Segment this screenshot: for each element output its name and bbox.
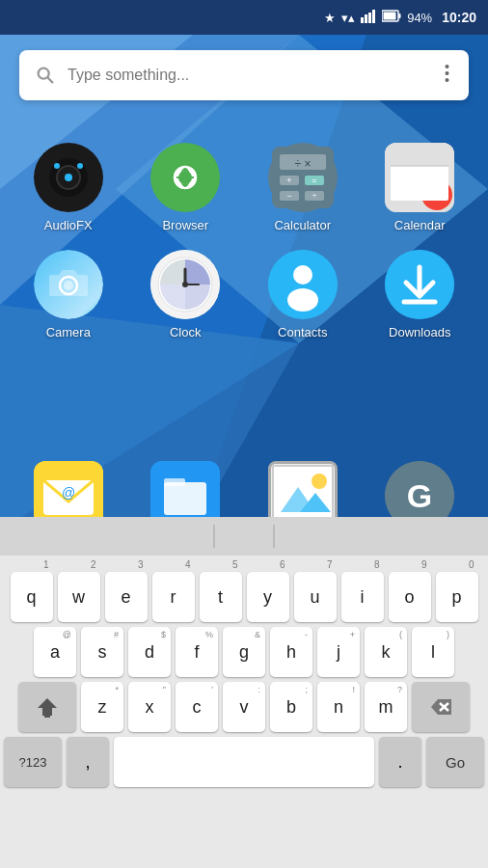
key-t[interactable]: t (200, 572, 242, 622)
svg-rect-5 (399, 14, 401, 18)
key-g[interactable]: &g (223, 627, 265, 677)
key-f[interactable]: %f (176, 627, 218, 677)
svg-point-24 (77, 163, 83, 169)
calculator-icon: ÷ × + = − ÷ (268, 143, 338, 212)
num-2: 2 (58, 559, 100, 570)
svg-rect-6 (384, 13, 396, 20)
clock-label: Clock (170, 325, 202, 339)
svg-rect-0 (361, 17, 364, 23)
star-icon: ★ (324, 11, 336, 25)
svg-rect-1 (365, 14, 367, 23)
key-s[interactable]: #s (81, 627, 123, 677)
key-h[interactable]: -h (270, 627, 312, 677)
contacts-icon (268, 250, 338, 319)
key-m[interactable]: ?m (365, 682, 407, 732)
key-x[interactable]: "x (128, 682, 171, 732)
calendar-icon: + (385, 143, 454, 212)
hint-divider-left (213, 525, 215, 548)
key-k[interactable]: (k (365, 627, 407, 677)
num-3: 3 (105, 559, 148, 570)
svg-point-51 (64, 281, 73, 290)
svg-marker-76 (38, 698, 57, 716)
key-p[interactable]: p (436, 572, 478, 622)
svg-rect-46 (391, 166, 448, 201)
key-i[interactable]: i (341, 572, 384, 622)
num-0: 0 (436, 559, 478, 570)
num-4: 4 (152, 559, 195, 570)
key-o[interactable]: o (389, 572, 431, 622)
number-hint-row: 1 2 3 4 5 6 7 8 9 0 (4, 559, 484, 570)
svg-text:G: G (407, 477, 432, 514)
app-grid: AudioFX Browser ÷ × (0, 123, 488, 359)
comma-key[interactable]: , (67, 737, 109, 787)
keyboard-row-2: @a #s $d %f &g -h +j (k (4, 627, 484, 677)
shift-key[interactable] (18, 682, 76, 732)
key-e[interactable]: e (105, 572, 148, 622)
keyboard: 1 2 3 4 5 6 7 8 9 0 q w e r t y u i o p (0, 517, 488, 868)
search-input[interactable] (68, 67, 441, 84)
space-key[interactable] (114, 737, 374, 787)
svg-text:@: @ (62, 485, 75, 501)
keyboard-row-3: *z "x 'c :v ;b !n ?m (4, 682, 484, 732)
downloads-icon (385, 250, 454, 319)
key-c[interactable]: 'c (176, 682, 218, 732)
more-options-button[interactable] (441, 60, 453, 92)
app-calendar[interactable]: + Calendar (362, 143, 479, 232)
key-w[interactable]: w (58, 572, 100, 622)
key-j[interactable]: +j (317, 627, 360, 677)
calendar-label: Calendar (394, 218, 446, 232)
app-browser[interactable]: Browser (127, 143, 245, 232)
svg-rect-68 (164, 478, 185, 486)
app-contacts[interactable]: Contacts (244, 250, 362, 339)
svg-point-23 (54, 163, 60, 169)
key-z[interactable]: *z (81, 682, 123, 732)
key-r[interactable]: r (152, 572, 195, 622)
hint-divider-right (273, 525, 275, 548)
app-audiofx[interactable]: AudioFX (10, 143, 127, 232)
num-7: 7 (294, 559, 337, 570)
key-b[interactable]: ;b (270, 682, 312, 732)
key-q[interactable]: q (11, 572, 53, 622)
svg-point-59 (287, 288, 318, 312)
downloads-label: Downloads (389, 325, 450, 339)
svg-text:+: + (286, 176, 291, 185)
battery-percent: 94% (407, 11, 432, 25)
app-camera[interactable]: Camera (10, 250, 127, 339)
wifi-icon: ▾▴ (341, 11, 355, 25)
svg-point-19 (446, 78, 449, 82)
calculator-label: Calculator (274, 218, 331, 232)
svg-text:÷ ×: ÷ × (294, 157, 311, 171)
key-d[interactable]: $d (128, 627, 171, 677)
key-y[interactable]: y (247, 572, 289, 622)
battery-icon (382, 10, 401, 25)
clock-icon (150, 250, 220, 319)
num-8: 8 (341, 559, 384, 570)
go-key[interactable]: Go (426, 737, 484, 787)
svg-point-22 (65, 174, 72, 181)
app-clock[interactable]: Clock (127, 250, 245, 339)
svg-rect-77 (44, 716, 50, 718)
keyboard-bottom-row: ?123 , . Go (4, 737, 484, 793)
browser-icon (150, 143, 220, 212)
period-key[interactable]: . (379, 737, 421, 787)
svg-point-18 (446, 71, 449, 75)
keyboard-rows: 1 2 3 4 5 6 7 8 9 0 q w e r t y u i o p (0, 556, 488, 793)
key-v[interactable]: :v (223, 682, 265, 732)
key-n[interactable]: !n (317, 682, 360, 732)
num-5: 5 (200, 559, 242, 570)
key-a[interactable]: @a (34, 627, 76, 677)
key-u[interactable]: u (294, 572, 337, 622)
browser-label: Browser (162, 218, 208, 232)
app-calculator[interactable]: ÷ × + = − ÷ Calculator (244, 143, 362, 232)
svg-text:=: = (312, 176, 316, 185)
num-9: 9 (389, 559, 431, 570)
signal-icon (361, 10, 376, 26)
svg-rect-67 (164, 482, 206, 515)
svg-text:−: − (286, 191, 291, 201)
search-bar[interactable] (19, 50, 469, 100)
symbols-key[interactable]: ?123 (4, 737, 62, 787)
key-l[interactable]: )l (412, 627, 454, 677)
delete-key[interactable] (412, 682, 470, 732)
svg-point-17 (446, 65, 449, 68)
app-downloads[interactable]: Downloads (362, 250, 479, 339)
